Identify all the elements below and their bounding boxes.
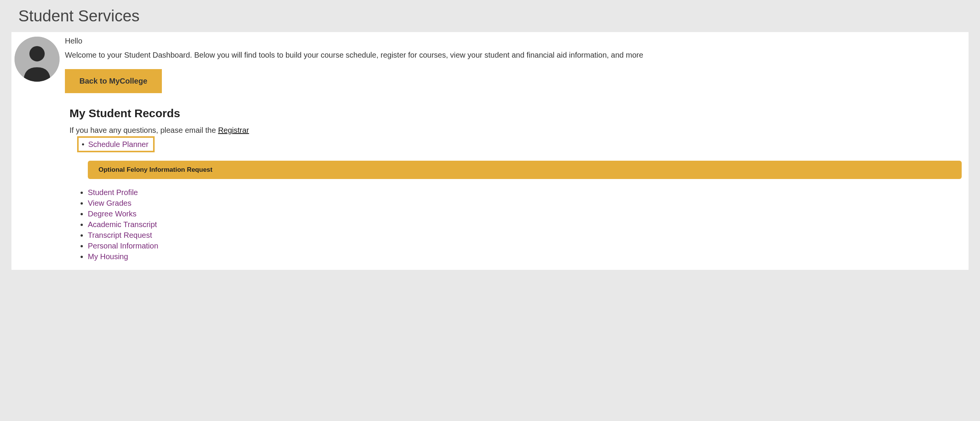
svg-point-1 [29,46,45,61]
questions-prefix: If you have any questions, please email … [69,126,218,134]
transcript-request-link[interactable]: Transcript Request [88,231,152,239]
records-link-list: Student Profile View Grades Degree Works… [69,187,962,261]
list-item: My Housing [88,252,962,261]
schedule-planner-link[interactable]: Schedule Planner [88,140,149,148]
registrar-link[interactable]: Registrar [218,126,249,134]
page-title: Student Services [0,0,980,32]
student-profile-link[interactable]: Student Profile [88,188,138,197]
list-item: Academic Transcript [88,219,962,229]
greeting-text: Hello [65,37,962,45]
list-item: Personal Information [88,241,962,251]
list-item: Transcript Request [88,230,962,240]
view-grades-link[interactable]: View Grades [88,199,131,207]
personal-information-link[interactable]: Personal Information [88,242,158,250]
felony-info-banner-button[interactable]: Optional Felony Information Request [88,161,962,179]
degree-works-link[interactable]: Degree Works [88,210,136,218]
back-to-mycollege-button[interactable]: Back to MyCollege [65,69,162,93]
highlighted-link-box: Schedule Planner [77,136,155,152]
list-item: Degree Works [88,209,962,219]
avatar-placeholder-icon [15,37,60,82]
profile-section: Hello Welcome to your Student Dashboard.… [11,32,969,93]
list-item: View Grades [88,198,962,208]
list-item: Student Profile [88,187,962,197]
avatar [15,37,60,82]
welcome-text: Welcome to your Student Dashboard. Below… [65,50,962,60]
list-item: Schedule Planner [82,139,149,149]
academic-transcript-link[interactable]: Academic Transcript [88,220,157,229]
greeting-area: Hello Welcome to your Student Dashboard.… [65,37,962,93]
questions-text: If you have any questions, please email … [69,126,962,135]
records-section: My Student Records If you have any quest… [11,107,969,270]
dashboard-card: Hello Welcome to your Student Dashboard.… [11,32,969,270]
records-heading: My Student Records [69,107,962,120]
my-housing-link[interactable]: My Housing [88,252,128,261]
